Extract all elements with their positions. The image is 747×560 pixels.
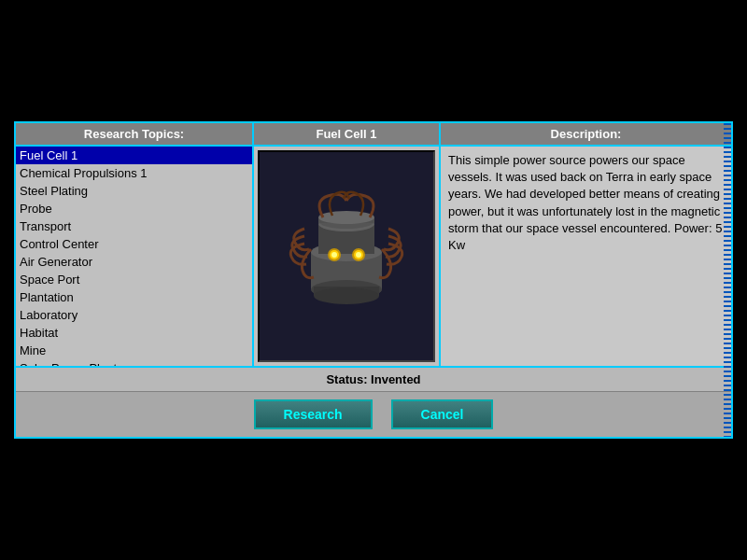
svg-point-10 [331, 252, 337, 258]
research-list-item[interactable]: Probe [16, 200, 252, 217]
research-button[interactable]: Research [254, 399, 373, 429]
research-list-item[interactable]: Fuel Cell 1 [16, 147, 252, 164]
item-title: Fuel Cell 1 [254, 123, 439, 147]
research-list-item[interactable]: Control Center [16, 235, 252, 253]
list-container: Fuel Cell 1Chemical Propulsions 1Steel P… [16, 147, 252, 366]
blue-decoration-right [724, 147, 731, 366]
main-area: Research Topics: Fuel Cell 1Chemical Pro… [16, 123, 731, 366]
research-dialog: Research Topics: Fuel Cell 1Chemical Pro… [14, 121, 733, 439]
research-list-item[interactable]: Transport [16, 217, 252, 235]
button-bar: Research Cancel [16, 392, 731, 437]
cancel-button[interactable]: Cancel [391, 399, 494, 429]
left-panel: Research Topics: Fuel Cell 1Chemical Pro… [16, 123, 254, 366]
fuel-cell-image [286, 182, 407, 331]
research-list-item[interactable]: Mine [16, 342, 252, 359]
research-topics-header: Research Topics: [16, 123, 252, 147]
research-list-item[interactable]: Space Port [16, 271, 252, 288]
research-list-item[interactable]: Habitat [16, 324, 252, 342]
research-list-item[interactable]: Chemical Propulsions 1 [16, 164, 252, 182]
svg-point-16 [314, 287, 379, 304]
item-image-area [258, 150, 435, 362]
research-list-item[interactable]: Laboratory [16, 306, 252, 324]
middle-panel: Fuel Cell 1 [254, 123, 441, 366]
research-list-item[interactable]: Air Generator [16, 253, 252, 271]
status-bar: Status: Invented [16, 368, 731, 392]
description-body: This simple power source powers our spac… [448, 153, 722, 252]
right-panel: Description: This simple power source po… [441, 123, 731, 366]
description-header: Description: [441, 123, 731, 147]
bottom-area: Status: Invented Research Cancel [16, 366, 731, 437]
research-list-item[interactable]: Steel Plating [16, 182, 252, 200]
svg-point-13 [356, 252, 361, 258]
research-list-item[interactable]: Plantation [16, 288, 252, 306]
description-text[interactable]: This simple power source powers our spac… [441, 147, 731, 366]
research-list[interactable]: Fuel Cell 1Chemical Propulsions 1Steel P… [16, 147, 252, 366]
svg-point-7 [318, 211, 374, 224]
research-list-item[interactable]: Solar Power Plant [16, 359, 252, 366]
